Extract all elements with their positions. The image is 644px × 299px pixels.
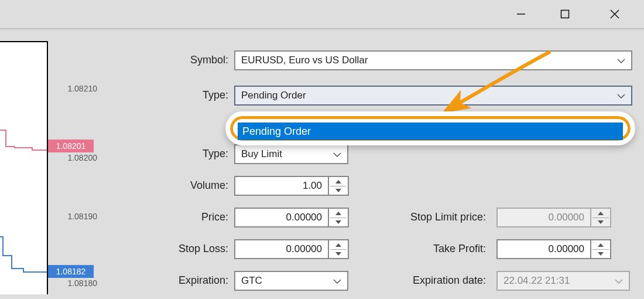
takeprofit-value: 0.00000 (549, 243, 584, 255)
stoplimit-value: 0.00000 (549, 212, 584, 223)
stoploss-input[interactable]: 0.00000 (234, 239, 329, 259)
type-label: Type: (146, 89, 228, 101)
arrow-up-icon[interactable] (591, 240, 610, 249)
chevron-down-icon (617, 94, 625, 98)
pending-type-value: Buy Limit (241, 148, 282, 160)
stoplimit-spinner (590, 208, 611, 227)
expdate-dropdown: 22.04.22 21:31 (496, 271, 630, 291)
axis-tick: 1.08210 (48, 82, 101, 95)
takeprofit-label: Take Profit: (375, 243, 486, 255)
stoploss-value: 0.00000 (286, 243, 322, 255)
chevron-down-icon (333, 152, 341, 157)
stoploss-label: Stop Loss: (146, 243, 228, 255)
arrow-down-icon[interactable] (591, 249, 610, 258)
volume-input[interactable]: 1.00 (234, 176, 329, 196)
takeprofit-input[interactable]: 0.00000 (496, 239, 591, 259)
ask-price-tag: 1.08201 (48, 140, 94, 152)
minimize-button[interactable] (503, 0, 539, 28)
arrow-down-icon[interactable] (329, 218, 348, 226)
price-input[interactable]: 0.00000 (234, 208, 329, 227)
arrow-up-icon[interactable] (329, 209, 348, 218)
order-type-value: Pending Order (241, 90, 306, 101)
pending-type-dropdown[interactable]: Buy Limit (234, 144, 348, 164)
symbol-value: EURUSD, Euro vs US Dollar (241, 55, 368, 66)
stoplimit-label: Stop Limit price: (375, 211, 486, 223)
arrow-up-icon[interactable] (329, 240, 348, 249)
expdate-value: 22.04.22 21:31 (503, 275, 570, 287)
chevron-down-icon (615, 279, 623, 284)
expiration-label: Expiration: (146, 274, 228, 287)
arrow-up-icon[interactable] (329, 177, 348, 186)
volume-spinner[interactable] (328, 176, 349, 196)
chart-plot (0, 41, 48, 294)
price-label: Price: (146, 211, 228, 223)
price-spinner[interactable] (328, 208, 349, 227)
dropdown-item-pending-order[interactable]: Pending Order (238, 123, 623, 140)
dropdown-highlight-callout: Pending Order (225, 111, 635, 145)
arrow-down-icon[interactable] (329, 186, 348, 195)
axis-tick: 1.08190 (48, 210, 101, 223)
pending-type-label: Type: (146, 148, 228, 160)
expiration-dropdown[interactable]: GTC (234, 271, 348, 291)
symbol-dropdown[interactable]: EURUSD, Euro vs US Dollar (234, 50, 632, 70)
chevron-down-icon (333, 279, 341, 284)
price-chart: 1.08210 1.08201 1.08200 1.08190 1.08182 … (0, 41, 108, 293)
bid-price-tag: 1.08182 (48, 265, 94, 278)
arrow-down-icon[interactable] (329, 249, 348, 258)
arrow-down-icon (591, 218, 610, 226)
stoploss-spinner[interactable] (328, 239, 349, 259)
order-type-dropdown[interactable]: Pending Order (234, 86, 632, 106)
price-value: 0.00000 (286, 212, 322, 223)
symbol-label: Symbol: (146, 54, 228, 66)
stoplimit-input: 0.00000 (496, 208, 591, 227)
close-button[interactable] (597, 0, 632, 28)
volume-value: 1.00 (303, 180, 322, 192)
takeprofit-spinner[interactable] (590, 239, 611, 259)
arrow-up-icon (591, 209, 610, 218)
maximize-button[interactable] (547, 0, 583, 28)
titlebar (0, 0, 644, 29)
axis-tick: 1.08180 (48, 277, 101, 290)
volume-label: Volume: (146, 179, 228, 192)
expiration-value: GTC (241, 275, 262, 287)
expdate-label: Expiration date: (375, 274, 486, 287)
svg-rect-1 (561, 11, 569, 18)
axis-tick: 1.08200 (48, 151, 101, 164)
chevron-down-icon (617, 59, 625, 63)
